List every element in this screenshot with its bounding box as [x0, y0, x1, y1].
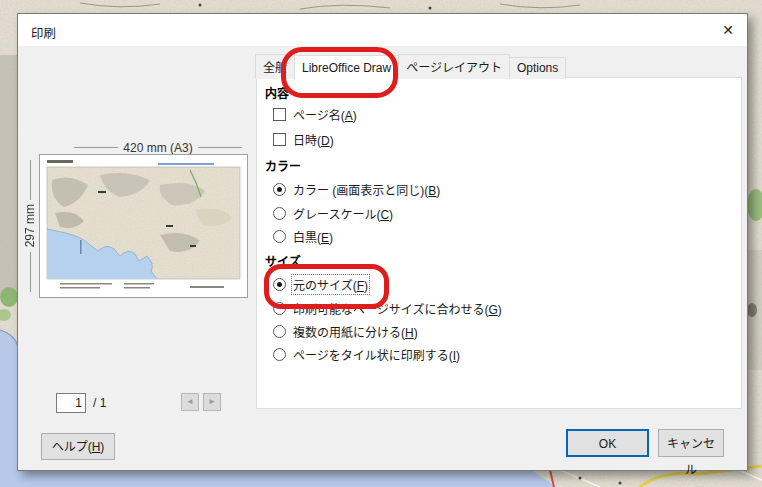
radio-color[interactable]: カラー (画面表示と同じ)(B)	[273, 181, 440, 197]
chevron-left-icon: ◄	[186, 397, 194, 406]
preview-map-image	[40, 155, 247, 297]
radio-icon	[273, 183, 286, 196]
radio-icon	[273, 348, 286, 361]
color-section-title: カラー	[265, 157, 301, 174]
radio-label: カラー (画面表示と同じ)(B)	[293, 181, 440, 198]
tab-general[interactable]: 全般	[255, 54, 295, 79]
paper-height-dimension: 297 mm	[22, 156, 38, 296]
previous-page-button[interactable]: ◄	[181, 393, 199, 411]
radio-label: 複数の用紙に分ける(H)	[293, 323, 418, 340]
radio-label: ページをタイル状に印刷する(I)	[293, 346, 460, 363]
page-number-input[interactable]	[56, 393, 86, 413]
tab-page-layout[interactable]: ページレイアウト	[398, 54, 510, 79]
radio-label: 印刷可能なページサイズに合わせる(G)	[293, 300, 502, 317]
chevron-right-icon: ►	[208, 397, 216, 406]
radio-multi-sheet[interactable]: 複数の用紙に分ける(H)	[273, 323, 418, 339]
next-page-button[interactable]: ►	[203, 393, 221, 411]
checkbox-icon	[273, 108, 286, 121]
page-total-label: / 1	[93, 396, 106, 410]
paper-width-label: 420 mm (A3)	[123, 141, 192, 155]
checkbox-page-name[interactable]: ページ名(A)	[273, 106, 357, 122]
paper-height-label: 297 mm	[23, 204, 37, 247]
radio-label: 元のサイズ(F)	[293, 276, 368, 293]
tabstrip: 全般 LibreOffice Draw ページレイアウト Options	[255, 54, 565, 79]
radio-label: グレースケール(C)	[293, 205, 393, 222]
radio-black-white[interactable]: 白黒(E)	[273, 228, 333, 244]
radio-label: 白黒(E)	[293, 228, 333, 245]
checkbox-icon	[273, 133, 286, 146]
paper-width-dimension: 420 mm (A3)	[69, 140, 247, 155]
help-button[interactable]: ヘルプ(H)	[41, 433, 115, 460]
tab-options[interactable]: Options	[509, 57, 566, 79]
radio-icon	[273, 230, 286, 243]
radio-fit-page[interactable]: 印刷可能なページサイズに合わせる(G)	[273, 300, 502, 316]
radio-icon	[273, 302, 286, 315]
print-preview-thumbnail	[39, 154, 248, 298]
tab-libreoffice-draw[interactable]: LibreOffice Draw	[294, 55, 399, 80]
dialog-titlebar: 印刷 ✕	[18, 14, 747, 46]
radio-original-size[interactable]: 元のサイズ(F)	[273, 276, 368, 292]
radio-grayscale[interactable]: グレースケール(C)	[273, 205, 393, 221]
checkbox-datetime[interactable]: 日時(D)	[273, 131, 334, 147]
content-section-title: 内容	[265, 84, 289, 101]
checkbox-label: ページ名(A)	[293, 106, 357, 123]
cancel-button[interactable]: キャンセル	[658, 429, 724, 457]
checkbox-label: 日時(D)	[293, 131, 334, 148]
size-section-title: サイズ	[265, 252, 301, 269]
radio-tile-pages[interactable]: ページをタイル状に印刷する(I)	[273, 346, 460, 362]
ok-button[interactable]: OK	[566, 429, 649, 457]
print-dialog: 印刷 ✕ 420 mm (A3) 297 mm	[17, 13, 748, 471]
draw-options-panel: 内容 ページ名(A) 日時(D) カラー カラー (画面表示と同じ)(B) グレ…	[256, 77, 742, 409]
radio-icon	[273, 278, 286, 291]
dialog-title: 印刷	[31, 23, 56, 42]
close-icon[interactable]: ✕	[718, 20, 738, 40]
radio-icon	[273, 207, 286, 220]
radio-icon	[273, 325, 286, 338]
